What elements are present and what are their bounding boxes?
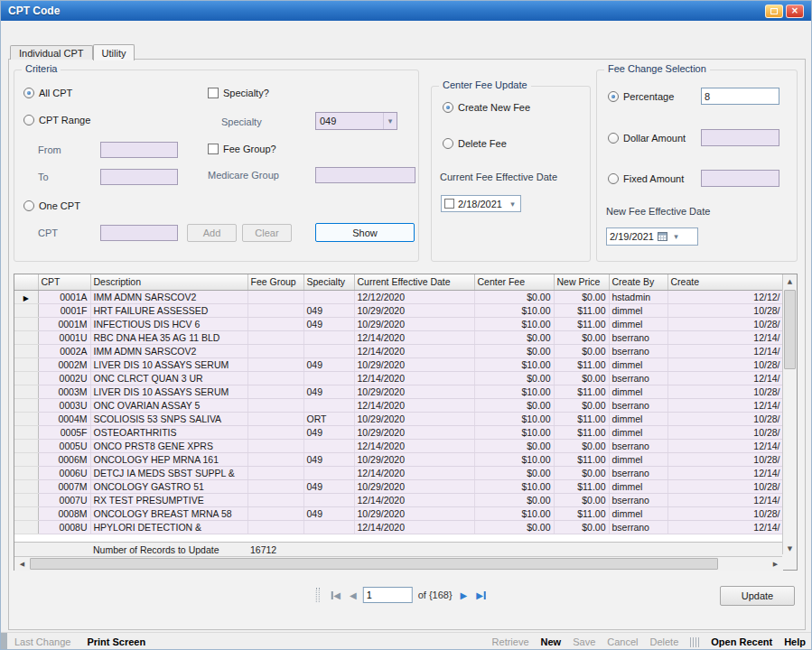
percentage-input[interactable]: [701, 88, 779, 105]
grid-cell[interactable]: $0.00: [474, 290, 554, 303]
grid-cell[interactable]: [247, 344, 303, 358]
grid-row[interactable]: 0004MSCOLIOSIS 53 SNPS SALIVAORT10/29/20…: [14, 412, 783, 425]
grid-cell[interactable]: 049: [303, 479, 354, 493]
add-button[interactable]: Add: [187, 224, 237, 242]
grid-cell[interactable]: [247, 385, 303, 398]
grid-cell[interactable]: [247, 398, 303, 412]
column-header-create[interactable]: Create: [667, 274, 783, 290]
selector-column-header[interactable]: [14, 274, 38, 290]
next-page-button[interactable]: ▶: [458, 590, 471, 601]
grid-cell[interactable]: $10.00: [474, 452, 554, 466]
grid-cell[interactable]: 12/14/2020: [354, 493, 474, 506]
row-selector[interactable]: [14, 493, 38, 506]
grid-cell[interactable]: 0001F: [38, 303, 90, 317]
row-selector[interactable]: [14, 425, 38, 439]
row-selector[interactable]: [14, 358, 38, 371]
open-recent-command[interactable]: Open Recent: [711, 636, 772, 647]
last-page-button[interactable]: ▶: [473, 590, 490, 601]
grid-cell[interactable]: $10.00: [474, 385, 554, 398]
grid-cell[interactable]: 12/14/2020: [354, 439, 474, 452]
grid-cell[interactable]: [303, 398, 354, 412]
grid-cell[interactable]: 0007U: [38, 493, 90, 506]
row-selector[interactable]: [14, 466, 38, 479]
grid-cell[interactable]: 0006U: [38, 466, 90, 479]
grid-cell[interactable]: 10/29/2020: [354, 452, 474, 466]
grid-cell[interactable]: $10.00: [474, 317, 554, 330]
print-screen-command[interactable]: Print Screen: [87, 636, 145, 647]
dollar-amount-input[interactable]: [701, 129, 779, 146]
grid-row[interactable]: 0005FOSTEOARTHRITIS04910/29/2020$10.00$1…: [14, 425, 783, 439]
column-header-specialty[interactable]: Specialty: [303, 274, 354, 290]
grid-cell[interactable]: $0.00: [554, 290, 609, 303]
calendar-icon[interactable]: [658, 232, 667, 241]
grid-cell[interactable]: 0007M: [38, 479, 90, 493]
tab-individual-cpt[interactable]: Individual CPT: [10, 45, 93, 60]
grid-cell[interactable]: 10/28/: [667, 479, 783, 493]
grid-cell[interactable]: 049: [303, 317, 354, 330]
grid-cell[interactable]: [303, 466, 354, 479]
column-header-description[interactable]: Description: [90, 274, 247, 290]
grid-cell[interactable]: 10/28/: [667, 358, 783, 371]
grid-row[interactable]: 0001URBC DNA HEA 35 AG 11 BLD12/14/2020$…: [14, 330, 783, 344]
grid-cell[interactable]: 10/28/: [667, 425, 783, 439]
column-header-new-price[interactable]: New Price: [554, 274, 609, 290]
grid-cell[interactable]: ONC CLRCT QUAN 3 UR: [90, 371, 247, 385]
grid-row[interactable]: 0003MLIVER DIS 10 ASSAYS SERUM04910/29/2…: [14, 385, 783, 398]
help-command[interactable]: Help: [784, 636, 806, 647]
vertical-scrollbar[interactable]: ▲ ▼: [782, 274, 797, 556]
grid-cell[interactable]: $0.00: [474, 398, 554, 412]
specialty-checkbox[interactable]: Specialty?: [208, 87, 269, 99]
grid-cell[interactable]: [303, 344, 354, 358]
row-selector[interactable]: [14, 330, 38, 344]
scroll-right-icon[interactable]: ▶: [768, 557, 783, 571]
grid-cell[interactable]: dimmel: [609, 385, 667, 398]
row-selector[interactable]: [14, 385, 38, 398]
grid-cell[interactable]: $11.00: [554, 358, 609, 371]
horizontal-scrollbar[interactable]: ◀ ▶: [14, 556, 783, 571]
grid-cell[interactable]: RBC DNA HEA 35 AG 11 BLD: [90, 330, 247, 344]
grid-cell[interactable]: $10.00: [474, 358, 554, 371]
page-number-input[interactable]: [363, 587, 413, 603]
grid-row[interactable]: 0001MINFECTIOUS DIS HCV 604910/29/2020$1…: [14, 317, 783, 330]
fixed-amount-input[interactable]: [701, 170, 779, 187]
minimize-button[interactable]: [765, 5, 783, 18]
grid-cell[interactable]: 10/28/: [667, 317, 783, 330]
row-selector[interactable]: [14, 520, 38, 534]
percentage-radio[interactable]: Percentage: [608, 90, 674, 103]
grid-cell[interactable]: [247, 520, 303, 534]
grid-cell[interactable]: LIVER DIS 10 ASSAYS SERUM: [90, 385, 247, 398]
grid-cell[interactable]: 0004M: [38, 412, 90, 425]
show-button[interactable]: Show: [315, 223, 415, 242]
grid-cell[interactable]: 10/29/2020: [354, 425, 474, 439]
chevron-down-icon[interactable]: ▾: [671, 228, 681, 245]
update-button[interactable]: Update: [720, 586, 795, 606]
grid-cell[interactable]: [303, 330, 354, 344]
grid-cell[interactable]: 0002M: [38, 358, 90, 371]
grid-cell[interactable]: 12/14/2020: [354, 466, 474, 479]
grid-cell[interactable]: ORT: [303, 412, 354, 425]
grid-cell[interactable]: 12/14/: [667, 466, 783, 479]
grid-cell[interactable]: 10/29/2020: [354, 479, 474, 493]
grid-cell[interactable]: bserrano: [609, 466, 667, 479]
grid-cell[interactable]: dimmel: [609, 317, 667, 330]
column-header-create-by[interactable]: Create By: [609, 274, 667, 290]
vertical-scrollbar-thumb[interactable]: [784, 290, 796, 369]
prev-page-button[interactable]: ◀: [347, 590, 359, 601]
grid-cell[interactable]: $0.00: [554, 493, 609, 506]
grid-cell[interactable]: $11.00: [554, 452, 609, 466]
grid-cell[interactable]: ONCOLOGY GASTRO 51: [90, 479, 247, 493]
grid-cell[interactable]: $0.00: [474, 520, 554, 534]
grid-row[interactable]: 0008MONCOLOGY BREAST MRNA 5804910/29/202…: [14, 506, 783, 520]
grid-cell[interactable]: 12/14/: [667, 398, 783, 412]
grid-cell[interactable]: 12/14/: [667, 493, 783, 506]
grid-cell[interactable]: 0001A: [38, 290, 90, 303]
grid-cell[interactable]: dimmel: [609, 452, 667, 466]
grid-cell[interactable]: 049: [303, 452, 354, 466]
grid-cell[interactable]: $11.00: [554, 412, 609, 425]
grid-cell[interactable]: [247, 371, 303, 385]
grid-cell[interactable]: $11.00: [554, 303, 609, 317]
grid-cell[interactable]: 0002A: [38, 344, 90, 358]
grid-cell[interactable]: $10.00: [474, 303, 554, 317]
grid-cell[interactable]: HPYLORI DETECTION &: [90, 520, 247, 534]
grid-cell[interactable]: [247, 506, 303, 520]
